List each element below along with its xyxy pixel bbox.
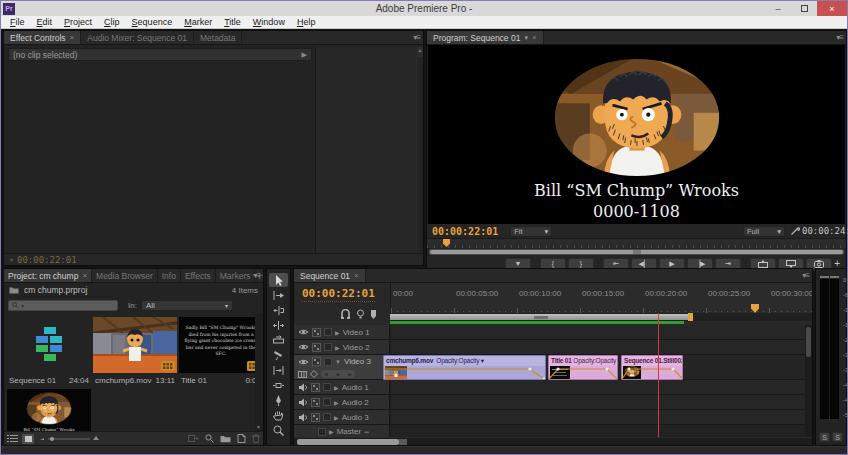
track-audio-3[interactable]: ▶Audio 3 <box>294 410 805 425</box>
speaker-icon[interactable] <box>298 413 308 422</box>
menu-project[interactable]: Project <box>58 17 98 27</box>
scrollbar-handle[interactable] <box>633 250 641 254</box>
close-tab-icon[interactable]: × <box>82 271 87 280</box>
new-bin-icon[interactable] <box>220 434 231 443</box>
sync-lock-icon[interactable] <box>311 413 320 422</box>
tab-dropdown-icon[interactable]: ▾ <box>524 34 528 42</box>
project-filename[interactable]: cm chump.prproj <box>24 285 87 295</box>
list-item[interactable]: Sequence 0124:04 <box>7 317 91 385</box>
close-tab-icon[interactable]: × <box>70 33 75 42</box>
zoom-tool[interactable] <box>269 423 288 437</box>
menu-marker[interactable]: Marker <box>178 17 218 27</box>
sync-lock-icon[interactable] <box>312 343 321 352</box>
collapse-arrow-icon[interactable]: ▶ <box>334 399 339 406</box>
collapse-arrow-icon[interactable]: ▶ <box>329 428 334 435</box>
tab-metadata[interactable]: Metadata <box>194 31 242 44</box>
timeline-current-timecode[interactable]: 00:00:22:01 <box>302 287 375 302</box>
list-item[interactable]: Bill “SM Chump” Wrooks 0000-1108 Sequenc… <box>7 389 91 431</box>
eye-icon[interactable] <box>298 358 309 366</box>
hand-tool[interactable] <box>269 408 288 422</box>
item-name[interactable]: Sequence 01 <box>9 376 56 385</box>
tab-markers[interactable]: Markers <box>216 269 256 282</box>
track-video-3[interactable]: ▶Video 1 <box>294 325 805 340</box>
item-name[interactable]: cmchump6.mov <box>95 376 151 385</box>
opacity-rubber-band[interactable] <box>622 366 683 380</box>
work-area-track[interactable] <box>390 313 812 321</box>
collapse-arrow-icon[interactable]: ▼ <box>335 359 341 365</box>
timeline-hscrollbar[interactable] <box>294 437 812 445</box>
scrollbar-up-icon[interactable]: ▲ <box>417 47 423 57</box>
rolling-edit-tool[interactable] <box>269 318 288 332</box>
sync-lock-icon[interactable] <box>312 357 321 366</box>
close-tab-icon[interactable]: × <box>354 271 359 280</box>
ripple-edit-tool[interactable] <box>269 303 288 317</box>
track-lock-toggle[interactable] <box>324 358 332 366</box>
icon-view-button[interactable] <box>22 434 34 444</box>
find-icon[interactable] <box>205 434 214 443</box>
item-name[interactable]: Title 01 <box>181 376 207 385</box>
collapse-arrow-icon[interactable]: ▶ <box>335 344 340 351</box>
project-scrollbar[interactable]: ▼ <box>255 313 263 431</box>
automate-to-sequence-icon[interactable] <box>188 434 199 443</box>
unnumbered-marker-icon[interactable] <box>370 309 377 320</box>
timeline-clip-cmchump6[interactable]: cmchump6.mov Opacity:Opacity ▾ <box>383 355 546 380</box>
program-zoom-scrollbar[interactable] <box>429 249 844 255</box>
track-lock-toggle[interactable] <box>323 413 331 421</box>
panel-menu-icon[interactable]: ▾≡ <box>413 33 420 42</box>
new-item-icon[interactable] <box>237 434 246 443</box>
tab-sequence-01[interactable]: Sequence 01× <box>294 269 366 282</box>
menu-sequence[interactable]: Sequence <box>126 17 179 27</box>
timeline-vscrollbar[interactable] <box>805 325 812 437</box>
slide-tool[interactable] <box>269 378 288 392</box>
time-ruler[interactable]: 00:00 00:00:05:00 00:00:10:00 00:00:15:0… <box>390 283 812 313</box>
collapse-arrow-icon[interactable]: ▶ <box>335 329 340 336</box>
playback-resolution-select[interactable]: Full▾ <box>743 226 785 237</box>
timeline-clip-title01[interactable]: Title 01 Opacity:Opacity ▾ <box>548 355 618 380</box>
track-video-2[interactable]: ▶Video 2 <box>294 340 805 355</box>
in-filter-select[interactable]: All▾ <box>141 300 233 311</box>
menu-edit[interactable]: Edit <box>31 17 59 27</box>
minimize-button[interactable]: – <box>765 1 791 16</box>
zoom-level-select[interactable]: Fit▾ <box>510 226 552 237</box>
snap-toggle-icon[interactable] <box>340 309 351 320</box>
tab-effect-controls[interactable]: Effect Controls× <box>4 31 81 44</box>
scrollbar-thumb[interactable] <box>297 439 399 445</box>
speaker-icon[interactable] <box>298 383 308 392</box>
eye-icon[interactable] <box>298 343 309 351</box>
rate-stretch-tool[interactable] <box>269 333 288 347</box>
menu-window[interactable]: Window <box>247 17 291 27</box>
menu-title[interactable]: Title <box>218 17 247 27</box>
set-display-style-icon[interactable] <box>298 371 307 378</box>
sync-lock-icon[interactable] <box>312 328 321 337</box>
panel-menu-icon[interactable]: ▾≡ <box>836 33 843 42</box>
program-mini-ruler[interactable] <box>427 238 846 248</box>
work-area-end-marker[interactable] <box>688 313 693 321</box>
tab-media-browser[interactable]: Media Browser <box>92 269 158 282</box>
panel-menu-icon[interactable]: ▾≡ <box>802 271 809 280</box>
selection-tool[interactable] <box>269 273 288 287</box>
search-input[interactable]: ▾ <box>8 300 118 311</box>
eye-icon[interactable] <box>298 328 309 336</box>
sync-lock-icon[interactable] <box>311 398 320 407</box>
track-audio-1[interactable]: ▶Audio 1 <box>294 380 805 395</box>
track-select-tool[interactable] <box>269 288 288 302</box>
collapse-arrow-icon[interactable]: ▶ <box>334 384 339 391</box>
menu-help[interactable]: Help <box>291 17 322 27</box>
playhead-line[interactable] <box>658 313 659 437</box>
keyframe-nav-control[interactable]: ◀◆▶ <box>321 370 355 378</box>
restore-button[interactable] <box>791 1 817 16</box>
encore-chapter-marker-icon[interactable] <box>356 309 365 320</box>
scrollbar-zoom-handle[interactable] <box>399 439 407 445</box>
tab-project[interactable]: Project: cm chump× <box>4 269 92 282</box>
program-video-area[interactable]: Bill “SM Chump” Wrooks 0000-1108 <box>428 45 845 224</box>
program-playhead-marker[interactable] <box>443 239 450 247</box>
thumbnail-zoom-slider[interactable] <box>38 434 100 443</box>
list-item[interactable]: Sadly Bill "SM Chump" Wrooks died from h… <box>179 317 255 385</box>
slip-tool[interactable] <box>269 363 288 377</box>
speaker-icon[interactable] <box>298 398 308 407</box>
collapse-arrow-icon[interactable]: ▶ <box>334 414 339 421</box>
program-current-timecode[interactable]: 00:00:22:01 <box>432 226 498 237</box>
list-view-button[interactable] <box>7 434 18 443</box>
solo-left-button[interactable]: S <box>819 432 830 442</box>
menu-clip[interactable]: Clip <box>98 17 126 27</box>
